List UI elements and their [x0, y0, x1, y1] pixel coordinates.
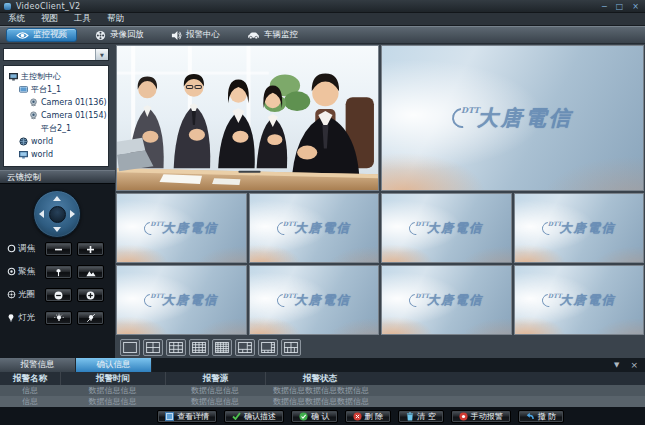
layout-8-button[interactable]: [258, 339, 278, 356]
action-button-2[interactable]: 确认描述: [224, 410, 284, 423]
datang-watermark: DTT大唐電信: [250, 266, 379, 334]
menu-item-1[interactable]: 系统: [8, 13, 25, 25]
menu-item-2[interactable]: 视图: [41, 13, 58, 25]
action-button-label: 清 空: [417, 411, 436, 422]
tree-node-3[interactable]: Camera 01(136): [4, 96, 108, 109]
focus-far-button[interactable]: [77, 265, 104, 279]
ptz-row-label: 调焦: [18, 243, 40, 255]
focus-near-button[interactable]: [45, 265, 72, 279]
delete-icon: [353, 412, 362, 421]
nav-tab-3[interactable]: 报警中心: [162, 28, 229, 42]
device-tree: 主控制中心平台1_1Camera 01(136)Camera 01(154)平台…: [3, 65, 109, 167]
ptz-row-2: 聚焦: [6, 264, 104, 279]
aperture-icon: [6, 290, 16, 299]
iris-plus-button[interactable]: [77, 288, 104, 302]
alarm-table-head: 报警名称报警时间报警源报警状态: [0, 372, 645, 385]
ptz-up-button[interactable]: [53, 196, 61, 201]
nav-tab-1[interactable]: 监控视频: [6, 28, 77, 42]
device-search-combo[interactable]: ▼: [3, 48, 109, 61]
layout-25-button[interactable]: [212, 339, 232, 356]
tree-node-2[interactable]: 平台1_1: [4, 83, 108, 96]
device-search-input[interactable]: [4, 49, 95, 60]
maximize-button[interactable]: □: [616, 0, 624, 13]
camera-feed-logo-2[interactable]: DTT大唐電信: [116, 193, 247, 263]
camera-feed-logo-1[interactable]: DTT大唐電信: [381, 45, 644, 191]
target-icon: [6, 267, 16, 276]
light-off-button[interactable]: [77, 311, 104, 325]
minimize-button[interactable]: ─: [602, 0, 607, 13]
ptz-left-button[interactable]: [39, 210, 44, 218]
close-panel-icon[interactable]: ×: [630, 358, 638, 372]
datang-logo-icon: DTT: [409, 294, 422, 307]
datang-watermark: DTT大唐電信: [117, 266, 246, 334]
alarm-tab-2[interactable]: 确认信息: [76, 358, 152, 372]
camera-feed-logo-4[interactable]: DTT大唐電信: [381, 193, 512, 263]
alarm-cell: 数据信息信息: [60, 385, 165, 396]
alarm-tab-1[interactable]: 报警信息: [0, 358, 76, 372]
layout-4-button[interactable]: [143, 339, 163, 356]
tree-node-6[interactable]: world: [4, 135, 108, 148]
camera-feed-conference[interactable]: [116, 45, 379, 191]
camera-feed-logo-6[interactable]: DTT大唐電信: [116, 265, 247, 335]
layout-9-button[interactable]: [166, 339, 186, 356]
tree-node-5[interactable]: 平台2_1: [4, 122, 108, 135]
tree-node-label: 平台2_1: [41, 123, 71, 134]
confirm-icon: [299, 412, 308, 421]
tree-node-4[interactable]: Camera 01(154): [4, 109, 108, 122]
datang-badge: DTT: [283, 292, 297, 299]
ptz-dpad: [33, 190, 81, 238]
speaker-icon: [171, 30, 182, 41]
action-button-1[interactable]: 查看详情: [157, 410, 217, 423]
menu-item-3[interactable]: 工具: [74, 13, 91, 25]
datang-logo-icon: DTT: [277, 222, 290, 235]
alarm-cell: 信息: [0, 385, 60, 396]
menu-bar: 系统视图工具帮助: [0, 13, 645, 26]
minus-icon: [54, 239, 63, 258]
iris-minus-button[interactable]: [45, 288, 72, 302]
ring-icon: [6, 244, 16, 253]
layout-6-button[interactable]: [235, 339, 255, 356]
action-button-6[interactable]: 手动报警: [451, 410, 511, 423]
alarm-table-row-2[interactable]: 信息数据信息信息数据信息信息数据信息数据信息数据信息: [0, 396, 645, 407]
action-button-label: 查看详情: [177, 411, 209, 422]
ptz-center-button[interactable]: [49, 206, 66, 223]
ptz-down-button[interactable]: [53, 227, 61, 232]
title-bar: VideoClient_V2 ─ □ ×: [0, 0, 645, 13]
camera-feed-logo-3[interactable]: DTT大唐電信: [249, 193, 380, 263]
datang-text: 大唐電信: [427, 220, 483, 237]
action-button-7[interactable]: 撤 防: [518, 410, 565, 423]
tree-node-7[interactable]: world: [4, 148, 108, 161]
monitor-icon: [8, 72, 18, 82]
menu-item-4[interactable]: 帮助: [107, 13, 124, 25]
camera-feed-logo-7[interactable]: DTT大唐電信: [249, 265, 380, 335]
camera-feed-logo-5[interactable]: DTT大唐電信: [514, 193, 645, 263]
ptz-right-button[interactable]: [70, 210, 75, 218]
layout-8-grid-icon: [261, 338, 275, 357]
nav-tab-label: 录像回放: [110, 29, 144, 41]
layout-1-button[interactable]: [120, 339, 140, 356]
camera-feed-logo-9[interactable]: DTT大唐電信: [514, 265, 645, 335]
nav-tab-2[interactable]: 录像回放: [86, 28, 153, 42]
light-on-button[interactable]: [45, 311, 72, 325]
camera-feed-logo-8[interactable]: DTT大唐電信: [381, 265, 512, 335]
action-button-4[interactable]: 删 除: [345, 410, 392, 423]
chevron-down-icon[interactable]: ▼: [95, 49, 108, 60]
conference-photo: [117, 46, 378, 190]
layout-16-button[interactable]: [189, 339, 209, 356]
ptz-row-3: 光圈: [6, 287, 104, 302]
layout-10-button[interactable]: [281, 339, 301, 356]
alarm-cell: 数据信息信息: [165, 385, 265, 396]
action-button-3[interactable]: 确 认: [291, 410, 338, 423]
ptz-row-label: 聚焦: [18, 266, 40, 278]
action-button-5[interactable]: 清 空: [398, 410, 444, 423]
zoom-minus-button[interactable]: [45, 242, 72, 256]
collapse-panel-icon[interactable]: ▼: [614, 358, 619, 372]
close-button[interactable]: ×: [632, 0, 639, 13]
nav-tab-4[interactable]: 车辆监控: [238, 28, 307, 42]
tree-node-1[interactable]: 主控制中心: [4, 70, 108, 83]
layout-bar: [120, 337, 644, 357]
zoom-plus-button[interactable]: [77, 242, 104, 256]
alarm-table-row-1[interactable]: 信息数据信息信息数据信息信息数据信息数据信息数据信息: [0, 385, 645, 396]
plus-icon: [86, 239, 95, 258]
tree-node-label: world: [31, 150, 53, 159]
